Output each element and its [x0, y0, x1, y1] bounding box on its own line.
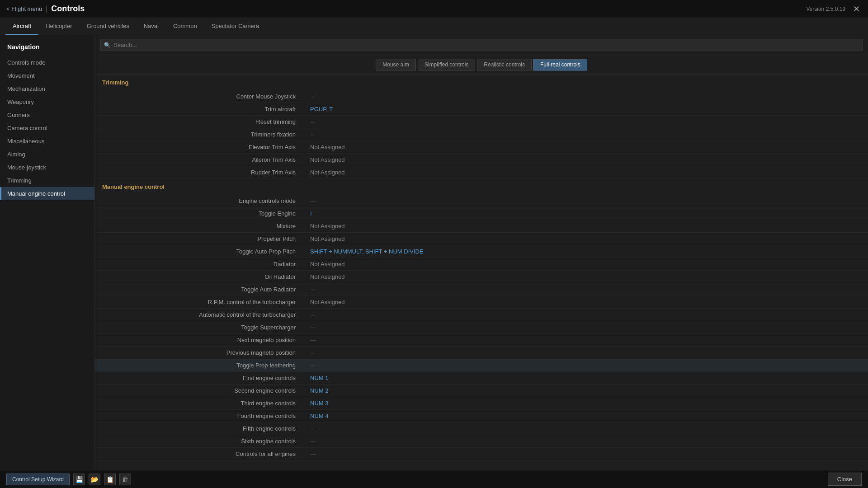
control-row[interactable]: First engine controlsNUM 1 — [95, 372, 868, 385]
control-row[interactable]: R.P.M. control of the turbochargerNot As… — [95, 296, 868, 309]
control-row[interactable]: Next magneto position--- — [95, 334, 868, 347]
control-row[interactable]: Automatic control of the turbocharger--- — [95, 309, 868, 321]
mode-btn-mouse_aim[interactable]: Mouse aim — [376, 59, 416, 70]
tab-spectator_camera[interactable]: Spectator Camera — [204, 18, 267, 35]
control-row[interactable]: Toggle Auto Prop PitchSHIFT + NUMMULT, S… — [95, 245, 868, 258]
sidebar-item-manual_engine_control[interactable]: Manual engine control — [0, 187, 94, 200]
sidebar-item-camera_control[interactable]: Camera control — [0, 122, 94, 135]
control-row-value: Not Assigned — [303, 271, 868, 283]
control-row-name: Aileron Trim Axis — [95, 154, 303, 166]
top-bar: < Flight menu | Controls Version 2.5.0.1… — [0, 0, 868, 18]
control-row-name: Reset trimming — [95, 116, 303, 128]
control-row[interactable]: Controls for all engines--- — [95, 448, 868, 460]
control-row-value: --- — [303, 422, 868, 435]
tab-helicopter[interactable]: Helicopter — [38, 18, 80, 35]
control-row-name: Toggle Auto Prop Pitch — [95, 245, 303, 258]
mode-btn-realistic[interactable]: Realistic controls — [477, 59, 532, 70]
content-area: 🔍 Mouse aimSimplified controlsRealistic … — [95, 35, 868, 470]
tab-naval[interactable]: Naval — [137, 18, 166, 35]
control-row-value: SHIFT + NUMMULT, SHIFT + NUM DIVIDE — [303, 245, 868, 258]
control-row[interactable]: Engine controls mode--- — [95, 195, 868, 207]
control-row[interactable]: RadiatorNot Assigned — [95, 258, 868, 271]
control-row-name: Automatic control of the turbocharger — [95, 309, 303, 321]
sidebar-item-mechanization[interactable]: Mechanization — [0, 82, 94, 95]
control-row[interactable]: Toggle EngineI — [95, 207, 868, 220]
tab-aircraft[interactable]: Aircraft — [5, 18, 38, 35]
control-mode-bar: Mouse aimSimplified controlsRealistic co… — [95, 55, 868, 75]
sidebar-item-weaponry[interactable]: Weaponry — [0, 95, 94, 108]
control-setup-wizard-button[interactable]: Control Setup Wizard — [6, 474, 70, 485]
control-row[interactable]: MixtureNot Assigned — [95, 220, 868, 233]
section-header-trimming: Trimming — [95, 75, 868, 90]
control-row-name: Propeller Pitch — [95, 233, 303, 245]
control-row[interactable]: Previous magneto position--- — [95, 347, 868, 359]
control-row[interactable]: Sixth engine controls--- — [95, 435, 868, 448]
control-row-value: --- — [303, 435, 868, 447]
control-row[interactable]: Fourth engine controlsNUM 4 — [95, 410, 868, 422]
sidebar-item-mouse_joystick[interactable]: Mouse-joystick — [0, 161, 94, 174]
control-row[interactable]: Rudder Trim AxisNot Assigned — [95, 166, 868, 179]
control-row-value: --- — [303, 321, 868, 333]
icon-btn-4[interactable]: 🗑 — [119, 474, 131, 485]
control-row[interactable]: Fifth engine controls--- — [95, 422, 868, 435]
control-row[interactable]: Third engine controlsNUM 3 — [95, 397, 868, 410]
tab-ground_vehicles[interactable]: Ground vehicles — [80, 18, 137, 35]
control-row[interactable]: Trimmers fixation--- — [95, 128, 868, 141]
control-row[interactable]: Propeller PitchNot Assigned — [95, 233, 868, 245]
control-row[interactable]: Toggle Prop feathering--- — [95, 359, 868, 372]
control-row-name: Toggle Supercharger — [95, 321, 303, 333]
search-input[interactable] — [100, 39, 863, 51]
icon-btn-3[interactable]: 📋 — [104, 474, 116, 485]
control-row-name: Controls for all engines — [95, 448, 303, 460]
control-row[interactable]: Oil RadiatorNot Assigned — [95, 271, 868, 283]
icon-btn-2[interactable]: 📂 — [89, 474, 100, 485]
sidebar-item-gunners[interactable]: Gunners — [0, 108, 94, 122]
mode-btn-simplified[interactable]: Simplified controls — [418, 59, 475, 70]
control-row-name: Rudder Trim Axis — [95, 166, 303, 178]
control-row-name: Toggle Engine — [95, 207, 303, 220]
section-header-manual_engine_control: Manual engine control — [95, 179, 868, 195]
control-row[interactable]: Toggle Supercharger--- — [95, 321, 868, 334]
control-row-name: Radiator — [95, 258, 303, 270]
page-title: Controls — [51, 4, 85, 14]
control-row[interactable]: Aileron Trim AxisNot Assigned — [95, 154, 868, 166]
bottom-bar-right: Close — [828, 473, 862, 486]
control-row-value: --- — [303, 448, 868, 460]
mode-btn-full_real[interactable]: Full-real controls — [533, 59, 587, 70]
window-close-button[interactable]: ✕ — [851, 4, 862, 14]
control-row[interactable]: Center Mouse Joystick--- — [95, 90, 868, 103]
control-row-name: Oil Radiator — [95, 271, 303, 283]
sidebar-item-aiming[interactable]: Aiming — [0, 148, 94, 161]
control-row[interactable]: Reset trimming--- — [95, 116, 868, 128]
search-bar: 🔍 — [95, 35, 868, 55]
control-row-value: --- — [303, 283, 868, 296]
control-row-value: --- — [303, 347, 868, 359]
control-row[interactable]: Trim aircraftPGUP, T — [95, 103, 868, 116]
sidebar-item-trimming[interactable]: Trimming — [0, 174, 94, 187]
control-row[interactable]: Second engine controlsNUM 2 — [95, 385, 868, 397]
separator: | — [46, 5, 47, 13]
control-row-value: --- — [303, 116, 868, 128]
tab-common[interactable]: Common — [166, 18, 204, 35]
control-row-value: Not Assigned — [303, 166, 868, 178]
control-row-name: First engine controls — [95, 372, 303, 384]
back-link[interactable]: < Flight menu — [6, 5, 42, 12]
control-row-name: Sixth engine controls — [95, 435, 303, 447]
tab-bar: AircraftHelicopterGround vehiclesNavalCo… — [0, 18, 868, 35]
close-button[interactable]: Close — [828, 473, 862, 486]
control-row-value: I — [303, 207, 868, 220]
control-row-value: Not Assigned — [303, 141, 868, 153]
control-row-value: Not Assigned — [303, 258, 868, 270]
control-row-value: Not Assigned — [303, 233, 868, 245]
sidebar-item-miscellaneous[interactable]: Miscellaneous — [0, 135, 94, 148]
scroll-area[interactable]: TrimmingCenter Mouse Joystick---Trim air… — [95, 75, 868, 470]
icon-btn-1[interactable]: 💾 — [73, 474, 85, 485]
control-row-name: R.P.M. control of the turbocharger — [95, 296, 303, 308]
control-row[interactable]: Toggle Auto Radiator--- — [95, 283, 868, 296]
control-row[interactable]: Elevator Trim AxisNot Assigned — [95, 141, 868, 154]
sidebar-item-movement[interactable]: Movement — [0, 69, 94, 82]
control-row-value: --- — [303, 128, 868, 141]
control-row-value: --- — [303, 195, 868, 207]
sidebar-item-controls_mode[interactable]: Controls mode — [0, 56, 94, 69]
version-label: Version 2.5.0.19 — [806, 6, 845, 12]
